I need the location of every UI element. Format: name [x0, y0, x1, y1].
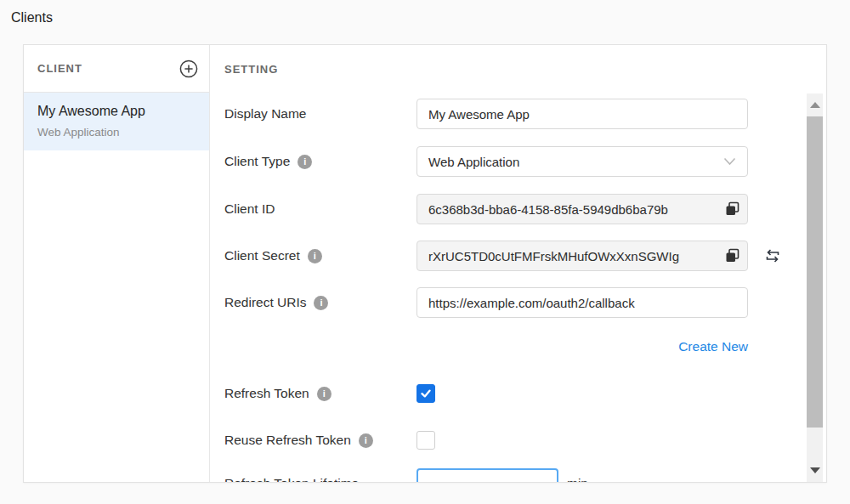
reuse-refresh-token-row: Reuse Refresh Token i [224, 431, 826, 450]
client-type-label: Client Type i [224, 154, 416, 169]
settings-scrollbar[interactable] [807, 93, 823, 482]
refresh-token-lifetime-input[interactable] [416, 468, 558, 483]
redirect-uris-row: Redirect URIs i [224, 287, 826, 318]
client-secret-row: Client Secret i [224, 241, 826, 271]
redirect-uri-input[interactable] [416, 287, 748, 318]
chevron-down-icon [723, 157, 736, 166]
reuse-refresh-token-label: Reuse Refresh Token i [224, 433, 416, 448]
create-new-row: Create New [224, 339, 826, 354]
client-secret-input[interactable] [416, 241, 748, 271]
info-icon[interactable]: i [359, 433, 373, 448]
minutes-suffix: min [567, 476, 588, 483]
client-type-select[interactable]: Web Application [416, 146, 748, 177]
scroll-up-arrow-icon [810, 102, 820, 108]
redirect-uris-label: Redirect URIs i [224, 295, 416, 310]
info-icon[interactable]: i [317, 387, 332, 401]
copy-client-secret-button[interactable] [722, 246, 742, 266]
scroll-down-arrow-icon [810, 467, 820, 473]
client-secret-label: Client Secret i [224, 248, 416, 263]
info-icon[interactable]: i [314, 296, 328, 310]
settings-title: SETTING [224, 63, 278, 76]
clients-card: CLIENT My Awesome App Web Application SE… [23, 44, 827, 483]
regenerate-secret-button[interactable] [763, 246, 782, 265]
client-id-row: Client ID [224, 194, 826, 224]
client-type-row: Client Type i Web Application [224, 146, 826, 177]
refresh-token-lifetime-label: Refresh Token Lifetime [224, 476, 416, 483]
client-list-title: CLIENT [37, 62, 82, 75]
client-type-value: Web Application [428, 155, 519, 169]
display-name-row: Display Name [224, 99, 826, 129]
client-list-panel: CLIENT My Awesome App Web Application [24, 45, 210, 482]
info-icon[interactable]: i [298, 155, 312, 169]
client-id-label: Client ID [224, 201, 416, 217]
client-id-field [416, 194, 748, 224]
display-name-input[interactable] [416, 99, 748, 129]
client-item-name: My Awesome App [37, 104, 196, 119]
add-client-button[interactable] [179, 59, 198, 78]
create-new-link[interactable]: Create New [416, 339, 748, 354]
copy-icon [724, 201, 740, 218]
scroll-up-button[interactable] [807, 93, 823, 116]
refresh-token-label: Refresh Token i [224, 386, 416, 401]
copy-icon [724, 248, 740, 264]
plus-circle-icon [179, 59, 198, 78]
client-list-item[interactable]: My Awesome App Web Application [24, 93, 209, 150]
display-name-label: Display Name [224, 106, 416, 122]
client-list-header: CLIENT [24, 45, 209, 93]
refresh-token-lifetime-row: Refresh Token Lifetime min [224, 468, 826, 483]
settings-form: Display Name Client Type i Web Applicati… [210, 93, 826, 483]
client-id-input[interactable] [416, 194, 748, 224]
regenerate-icon [763, 246, 782, 265]
settings-panel: SETTING Display Name Client Type i Web A… [210, 45, 826, 482]
info-icon[interactable]: i [308, 249, 322, 263]
client-secret-field [416, 241, 748, 271]
copy-client-id-button[interactable] [722, 200, 742, 219]
refresh-token-checkbox[interactable] [416, 384, 435, 403]
scrollbar-thumb[interactable] [807, 116, 823, 428]
reuse-refresh-token-checkbox[interactable] [416, 431, 435, 450]
page-title: Clients [11, 10, 53, 25]
refresh-token-row: Refresh Token i [224, 384, 826, 403]
client-item-type: Web Application [37, 126, 196, 139]
scroll-down-button[interactable] [807, 459, 823, 482]
settings-header: SETTING [210, 45, 826, 93]
